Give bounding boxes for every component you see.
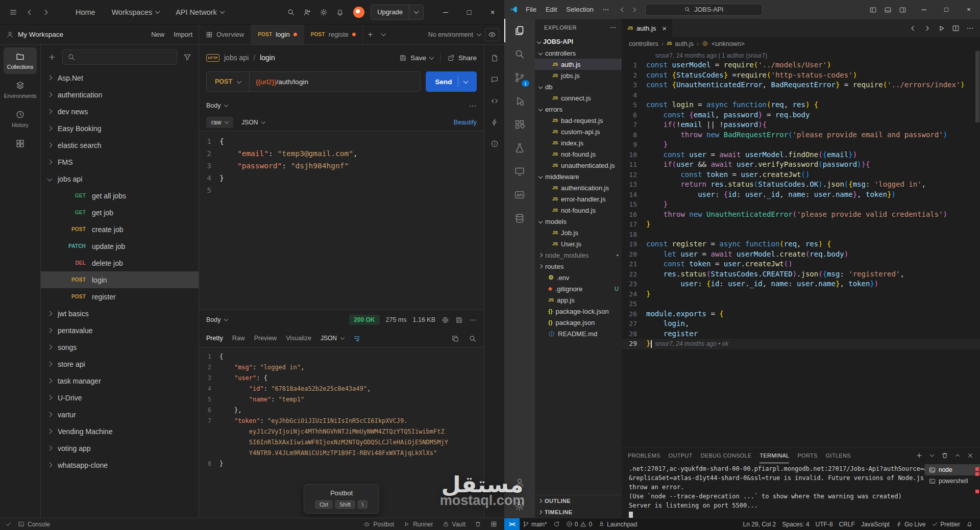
breadcrumb-file[interactable]: auth.js: [675, 40, 694, 47]
maximize-button[interactable]: □: [935, 0, 958, 19]
outline-section[interactable]: OUTLINE: [535, 495, 622, 507]
shell-node[interactable]: node: [925, 464, 980, 475]
response-language-select[interactable]: JSON: [321, 335, 344, 342]
explorer-button[interactable]: [504, 19, 535, 42]
two-pane-button[interactable]: [491, 521, 497, 527]
body-mode-select[interactable]: raw: [206, 117, 233, 128]
file-user-js[interactable]: JSUser.js: [535, 238, 622, 249]
testing-button[interactable]: [504, 136, 535, 160]
launchpad-button[interactable]: Launchpad: [595, 518, 640, 530]
new-tab-button[interactable]: +: [363, 24, 378, 44]
collection-task-manager[interactable]: task manager: [41, 372, 199, 389]
breadcrumb[interactable]: controllers › JS auth.js › <unknown>: [622, 37, 980, 50]
collection-vending-machine[interactable]: Vending Machine: [41, 423, 199, 440]
shell-select-button[interactable]: [928, 452, 936, 459]
terminal[interactable]: .net:27017,ac-yqukfdm-shard-00-00.pfiarp…: [622, 463, 925, 518]
file-jobs-js[interactable]: JSjobs.js: [535, 70, 622, 81]
notifications-button[interactable]: [332, 5, 348, 20]
search-button[interactable]: [504, 42, 535, 66]
send-button[interactable]: Send: [426, 71, 477, 92]
editor-scrollbar[interactable]: [975, 50, 980, 447]
request-get-all-jobs[interactable]: GETget all jobs: [41, 187, 199, 204]
menu-file[interactable]: File: [521, 0, 541, 19]
file-authentication-js[interactable]: JSauthentication.js: [535, 182, 622, 193]
shell-powershell[interactable]: powershell: [925, 475, 980, 487]
extensions-button[interactable]: [504, 113, 535, 136]
cursor-position-status[interactable]: Ln 29, Col 2: [740, 518, 779, 530]
save-button[interactable]: Save: [399, 54, 433, 62]
request-create-job[interactable]: POSTcreate job: [41, 221, 199, 238]
nav-back-button[interactable]: [909, 23, 917, 33]
close-panel-button[interactable]: [967, 452, 974, 459]
branch-status[interactable]: main*: [520, 518, 550, 530]
request-name[interactable]: login: [260, 54, 275, 62]
collection-songs[interactable]: songs: [41, 339, 199, 356]
tab-overview[interactable]: Overview: [199, 24, 251, 44]
file-env[interactable]: ⚙.env: [535, 272, 622, 283]
minimize-button[interactable]: ─: [913, 0, 935, 19]
response-body-tab[interactable]: Body: [206, 316, 228, 323]
remote-explorer-button[interactable]: [504, 160, 535, 183]
copy-response-button[interactable]: [451, 334, 459, 343]
file-unauthenticated-js[interactable]: JSunauthenticated.js: [535, 160, 622, 171]
close-button[interactable]: ×: [481, 0, 504, 24]
response-tab-raw[interactable]: Raw: [232, 335, 245, 342]
response-tab-preview[interactable]: Preview: [254, 335, 277, 342]
eol-status[interactable]: CRLF: [836, 518, 858, 530]
tab-registe[interactable]: POSTregiste: [304, 24, 363, 44]
account-button[interactable]: [504, 471, 535, 494]
code-editor[interactable]: srour7, 24 months ago | 1 author (srour7…: [622, 50, 980, 447]
collection-elastic-search[interactable]: elastic search: [41, 137, 199, 154]
menu-api-network[interactable]: API Network: [167, 0, 232, 24]
postbot-widget[interactable]: Postbot CtrlShift\: [304, 484, 379, 514]
file-gitignore[interactable]: ◆.gitignoreU: [535, 283, 622, 294]
response-tab-pretty[interactable]: Pretty: [206, 335, 223, 342]
panel-tab-terminal[interactable]: TERMINAL: [760, 448, 789, 463]
folder-models[interactable]: models: [535, 216, 622, 227]
environment-quick-look-button[interactable]: [485, 28, 499, 41]
panel-tab-problems[interactable]: PROBLEMS: [628, 448, 660, 463]
nav-forward-button[interactable]: [923, 23, 931, 33]
settings-button[interactable]: [315, 5, 332, 20]
share-button[interactable]: Share: [447, 54, 477, 62]
tab-login[interactable]: POSTlogin: [251, 24, 304, 44]
file-index-js[interactable]: JSindex.js: [535, 137, 622, 148]
request-collection[interactable]: jobs api: [224, 54, 249, 62]
ellipsis-icon[interactable]: [469, 316, 477, 324]
method-selector[interactable]: POST: [207, 72, 250, 91]
folder-db[interactable]: db: [535, 81, 622, 92]
create-new-button[interactable]: [46, 49, 58, 65]
request-register[interactable]: POSTregister: [41, 288, 199, 305]
search-button[interactable]: [283, 5, 299, 20]
notifications-button[interactable]: [963, 518, 976, 530]
split-editor-button[interactable]: [952, 23, 960, 33]
file-custom-api-js[interactable]: JScustom-api.js: [535, 126, 622, 137]
related-requests-button[interactable]: [491, 117, 499, 127]
filter-button[interactable]: [181, 49, 193, 65]
file-bad-request-js[interactable]: JSbad-request.js: [535, 115, 622, 126]
close-tab-button[interactable]: ×: [662, 24, 667, 33]
run-file-button[interactable]: [938, 23, 945, 33]
file-auth-js[interactable]: JSauth.js: [535, 59, 622, 70]
info-button[interactable]: [491, 139, 499, 148]
new-button[interactable]: New: [151, 31, 164, 38]
request-update-job[interactable]: PATCHupdate job: [41, 238, 199, 255]
new-terminal-button[interactable]: [916, 452, 923, 459]
file-connect-js[interactable]: JSconnect.js: [535, 92, 622, 104]
go-live-button[interactable]: Go Live: [893, 518, 928, 530]
console-button[interactable]: Console: [18, 521, 50, 528]
minimize-button[interactable]: ─: [434, 0, 457, 24]
vault-button[interactable]: Vault: [443, 521, 465, 528]
menu-selection[interactable]: Selection: [561, 0, 598, 19]
explorer-actions-button[interactable]: [609, 24, 617, 31]
command-center-search[interactable]: JOBS-API: [645, 4, 763, 16]
maximize-panel-button[interactable]: [954, 452, 961, 459]
menu-edit[interactable]: Edit: [541, 0, 561, 19]
import-button[interactable]: Import: [174, 31, 192, 38]
beautify-button[interactable]: Beautify: [454, 119, 477, 126]
prettier-status[interactable]: Prettier: [928, 518, 963, 530]
gitlens-authors-lens[interactable]: srour7, 24 months ago | 1 author (srour7…: [655, 51, 980, 60]
nav-forward-button[interactable]: [38, 5, 54, 20]
rail-more-tools[interactable]: [4, 135, 37, 153]
breadcrumb-symbol[interactable]: <unknown>: [712, 40, 745, 47]
